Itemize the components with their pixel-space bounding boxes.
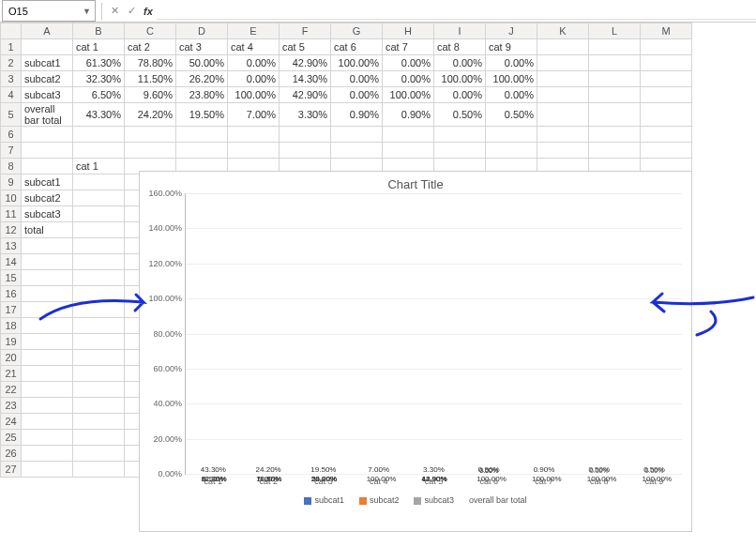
formula-input[interactable] <box>157 3 756 20</box>
cell-A12[interactable]: total <box>22 222 73 238</box>
cell-A13[interactable] <box>22 238 73 254</box>
cell-B4[interactable]: 6.50% <box>73 87 125 103</box>
cell-C6[interactable] <box>125 127 176 143</box>
cell-E2[interactable]: 0.00% <box>228 55 280 71</box>
row-header-6[interactable]: 6 <box>1 127 22 143</box>
cell-D5[interactable]: 19.50% <box>176 103 228 127</box>
row-header-13[interactable]: 13 <box>1 238 22 254</box>
cell-F2[interactable]: 42.90% <box>280 55 331 71</box>
cell-A18[interactable] <box>22 318 73 334</box>
name-box-input[interactable] <box>7 5 83 18</box>
cell-F6[interactable] <box>280 127 331 143</box>
cell-A19[interactable] <box>22 334 73 350</box>
cell-B20[interactable] <box>73 350 125 366</box>
cell-K2[interactable] <box>537 55 589 71</box>
cell-M6[interactable] <box>641 127 692 143</box>
cell-J5[interactable]: 0.50% <box>486 103 537 127</box>
col-header-I[interactable]: I <box>434 23 486 39</box>
cell-J2[interactable]: 0.00% <box>486 55 537 71</box>
cell-E7[interactable] <box>228 143 280 159</box>
cell-B25[interactable] <box>73 430 125 446</box>
cell-H3[interactable]: 0.00% <box>383 71 434 87</box>
cell-C2[interactable]: 78.80% <box>125 55 176 71</box>
cell-B9[interactable] <box>73 175 125 190</box>
row-header-1[interactable]: 1 <box>1 39 22 55</box>
cell-I1[interactable]: cat 8 <box>434 39 486 55</box>
cell-B17[interactable] <box>73 302 125 318</box>
col-header-M[interactable]: M <box>641 23 692 39</box>
cell-B7[interactable] <box>73 143 125 159</box>
col-header-G[interactable]: G <box>331 23 383 39</box>
cell-A3[interactable]: subcat2 <box>22 71 73 87</box>
cell-B1[interactable]: cat 1 <box>73 39 125 55</box>
cell-M3[interactable] <box>641 71 692 87</box>
cell-D4[interactable]: 23.80% <box>176 87 228 103</box>
row-header-11[interactable]: 11 <box>1 206 22 222</box>
cell-K5[interactable] <box>537 103 589 127</box>
cell-A25[interactable] <box>22 430 73 446</box>
cell-G3[interactable]: 0.00% <box>331 71 383 87</box>
cell-A26[interactable] <box>22 446 73 462</box>
cell-B23[interactable] <box>73 398 125 414</box>
cell-L6[interactable] <box>589 127 641 143</box>
cell-H7[interactable] <box>383 143 434 159</box>
cell-A6[interactable] <box>22 127 73 143</box>
cell-B14[interactable] <box>73 254 125 270</box>
cell-G4[interactable]: 0.00% <box>331 87 383 103</box>
cell-M7[interactable] <box>641 143 692 159</box>
cell-G1[interactable]: cat 6 <box>331 39 383 55</box>
cell-E4[interactable]: 100.00% <box>228 87 280 103</box>
cell-A14[interactable] <box>22 254 73 270</box>
cell-M1[interactable] <box>641 39 692 55</box>
cell-D2[interactable]: 50.00% <box>176 55 228 71</box>
cell-F7[interactable] <box>280 143 331 159</box>
cell-C5[interactable]: 24.20% <box>125 103 176 127</box>
embedded-chart[interactable]: Chart Title 43.30%61.30%32.30%6.50%cat 1… <box>139 171 692 532</box>
cell-A9[interactable]: subcat1 <box>22 175 73 190</box>
cell-B22[interactable] <box>73 382 125 398</box>
cell-A17[interactable] <box>22 302 73 318</box>
cell-E6[interactable] <box>228 127 280 143</box>
cell-K3[interactable] <box>537 71 589 87</box>
cell-C1[interactable]: cat 2 <box>125 39 176 55</box>
cell-L7[interactable] <box>589 143 641 159</box>
col-header-A[interactable]: A <box>22 23 73 39</box>
cell-B21[interactable] <box>73 366 125 382</box>
row-header-22[interactable]: 22 <box>1 382 22 398</box>
cell-G6[interactable] <box>331 127 383 143</box>
cell-I4[interactable]: 0.00% <box>434 87 486 103</box>
row-header-7[interactable]: 7 <box>1 143 22 159</box>
cell-J1[interactable]: cat 9 <box>486 39 537 55</box>
cell-J6[interactable] <box>486 127 537 143</box>
cell-I3[interactable]: 100.00% <box>434 71 486 87</box>
cell-A10[interactable]: subcat2 <box>22 190 73 206</box>
row-header-5[interactable]: 5 <box>1 103 22 127</box>
cell-A20[interactable] <box>22 350 73 366</box>
cell-B24[interactable] <box>73 414 125 430</box>
cell-L1[interactable] <box>589 39 641 55</box>
cell-M5[interactable] <box>641 103 692 127</box>
cell-A2[interactable]: subcat1 <box>22 55 73 71</box>
cell-B3[interactable]: 32.30% <box>73 71 125 87</box>
cell-B26[interactable] <box>73 446 125 462</box>
cell-H4[interactable]: 100.00% <box>383 87 434 103</box>
cell-J3[interactable]: 100.00% <box>486 71 537 87</box>
cell-H1[interactable]: cat 7 <box>383 39 434 55</box>
select-all-corner[interactable] <box>1 23 22 39</box>
col-header-H[interactable]: H <box>383 23 434 39</box>
cell-A7[interactable] <box>22 143 73 159</box>
row-header-18[interactable]: 18 <box>1 318 22 334</box>
cell-D7[interactable] <box>176 143 228 159</box>
cell-E3[interactable]: 0.00% <box>228 71 280 87</box>
cell-M4[interactable] <box>641 87 692 103</box>
cell-B8[interactable]: cat 1 <box>73 159 125 175</box>
cell-K4[interactable] <box>537 87 589 103</box>
cell-L3[interactable] <box>589 71 641 87</box>
cell-F5[interactable]: 3.30% <box>280 103 331 127</box>
cell-A11[interactable]: subcat3 <box>22 206 73 222</box>
cell-B15[interactable] <box>73 270 125 286</box>
row-header-4[interactable]: 4 <box>1 87 22 103</box>
cell-F3[interactable]: 14.30% <box>280 71 331 87</box>
cell-F1[interactable]: cat 5 <box>280 39 331 55</box>
cell-A5[interactable]: overall bar total <box>22 103 73 127</box>
